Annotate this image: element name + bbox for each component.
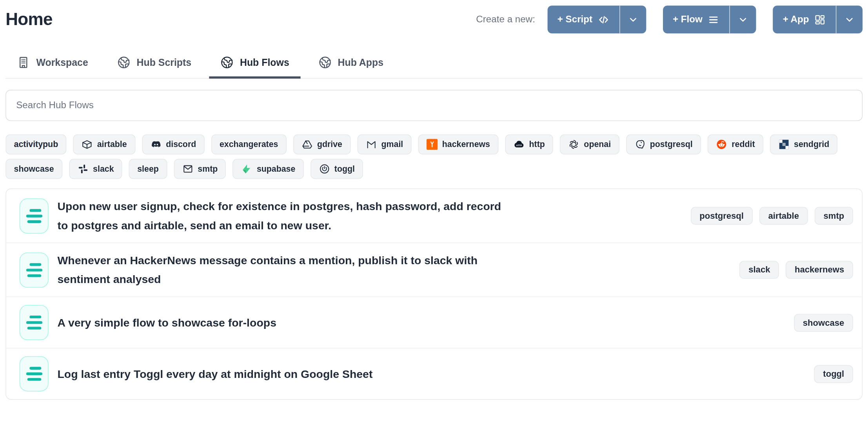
flow-icon [20, 305, 49, 340]
chevron-down-icon [737, 14, 748, 25]
tab-hub-scripts[interactable]: Hub Scripts [106, 50, 202, 79]
toggl-icon [319, 163, 330, 174]
filter-chip-smtp[interactable]: smtp [174, 159, 226, 179]
dropdown-toggle[interactable] [620, 5, 646, 33]
create-button-main[interactable]: + Script [547, 5, 620, 33]
smtp-icon [182, 163, 193, 174]
globe-icon [220, 56, 234, 69]
building-icon [17, 56, 30, 69]
slack-icon [77, 163, 88, 174]
filter-chip-toggl[interactable]: toggl [311, 159, 363, 179]
filter-chip-label: showcase [14, 163, 54, 174]
tab-hub-flows[interactable]: Hub Flows [209, 50, 300, 79]
globe-icon [318, 56, 332, 69]
menu-icon [708, 14, 719, 25]
filter-chip-gdrive[interactable]: gdrive [293, 134, 351, 154]
flow-list: Upon new user signup, check for existenc… [5, 189, 863, 400]
tab-label: Hub Flows [240, 56, 289, 68]
filter-chip-airtable[interactable]: airtable [73, 134, 135, 154]
filter-chip-sleep[interactable]: sleep [129, 159, 167, 179]
tab-hub-apps[interactable]: Hub Apps [307, 50, 394, 79]
tab-workspace[interactable]: Workspace [5, 50, 99, 79]
filter-chip-label: discord [166, 139, 196, 150]
filter-chip-http[interactable]: HTTP http [505, 134, 553, 154]
filter-chip-postgresql[interactable]: postgresql [626, 134, 701, 154]
gdrive-icon [301, 139, 312, 150]
filter-chip-label: toggl [334, 163, 355, 174]
tab-label: Workspace [36, 56, 88, 68]
filter-chip-hackernews[interactable]: hackernews [418, 134, 499, 154]
flow-icon [20, 252, 49, 288]
filter-chip-exchangerates[interactable]: exchangerates [211, 134, 287, 154]
filter-chip-label: postgresql [650, 139, 693, 150]
flow-badge: postgresql [691, 207, 753, 225]
flow-badge: showcase [794, 314, 853, 332]
flow-title: Upon new user signup, check for existenc… [57, 197, 526, 235]
hackernews-icon [427, 139, 438, 150]
code-icon [597, 14, 609, 25]
filter-chip-reddit[interactable]: reddit [708, 134, 763, 154]
sendgrid-icon [778, 139, 789, 150]
chevron-down-icon [844, 14, 855, 25]
create-button-main[interactable]: + App [773, 5, 836, 33]
filter-chip-sendgrid[interactable]: sendgrid [770, 134, 838, 154]
flow-badges: postgresqlairtablesmtp [691, 207, 853, 225]
flow-badge: smtp [815, 207, 853, 225]
dropdown-toggle[interactable] [836, 5, 863, 33]
filter-chip-label: gdrive [317, 139, 342, 150]
create-buttons: + Script + Flow + App [547, 5, 863, 33]
flow-badge: slack [739, 261, 779, 279]
tab-label: Hub Apps [338, 56, 383, 68]
filter-chip-label: airtable [97, 139, 127, 150]
filter-chip-showcase[interactable]: showcase [5, 159, 62, 179]
search-input[interactable] [5, 90, 863, 121]
filter-chip-label: slack [93, 163, 114, 174]
tab-label: Hub Scripts [137, 56, 192, 68]
create-button-main[interactable]: + Flow [663, 5, 730, 33]
filter-chip-activitypub[interactable]: activitypub [5, 134, 66, 154]
filter-chip-label: activitypub [14, 139, 58, 150]
create-new-cluster: Create a new: + Script + Flow + App [476, 5, 863, 33]
flow-list-item[interactable]: A very simple flow to showcase for-loops… [6, 297, 862, 348]
dropdown-toggle[interactable] [730, 5, 756, 33]
discord-icon [150, 139, 161, 150]
filter-chip-supabase[interactable]: supabase [233, 159, 304, 179]
reddit-icon [716, 139, 727, 150]
flow-list-item[interactable]: Whenever an HackerNews message contains … [6, 243, 862, 297]
filter-chip-label: supabase [257, 163, 295, 174]
filter-chip-label: reddit [732, 139, 755, 150]
flow-badges: slackhackernews [739, 261, 853, 279]
tab-bar: Workspace Hub Scripts Hub Flows Hub Apps [5, 50, 863, 79]
flow-list-item[interactable]: Log last entry Toggl every day at midnig… [6, 348, 862, 399]
create-button-app: + App [773, 5, 863, 33]
flow-title: A very simple flow to showcase for-loops [57, 313, 293, 332]
filter-chip-slack[interactable]: slack [69, 159, 122, 179]
filter-chip-gmail[interactable]: gmail [357, 134, 411, 154]
filter-chip-discord[interactable]: discord [142, 134, 205, 154]
filter-chip-label: hackernews [442, 139, 490, 150]
gmail-icon [366, 139, 377, 150]
flow-badge: toggl [814, 365, 853, 383]
filter-chip-openai[interactable]: openai [560, 134, 619, 154]
flow-list-item[interactable]: Upon new user signup, check for existenc… [6, 189, 862, 243]
create-button-label: + App [783, 14, 809, 25]
globe-icon [117, 56, 131, 69]
create-new-label: Create a new: [476, 14, 535, 25]
postgresql-icon [634, 139, 645, 150]
flow-icon [20, 198, 49, 234]
flow-title: Log last entry Toggl every day at midnig… [57, 364, 389, 383]
filter-chip-label: http [529, 139, 545, 150]
create-button-script: + Script [547, 5, 646, 33]
chevron-down-icon [628, 14, 638, 25]
flow-badge: hackernews [786, 261, 853, 279]
create-button-label: + Flow [673, 14, 703, 25]
http-icon: HTTP [514, 139, 525, 150]
filter-chip-label: openai [584, 139, 611, 150]
top-bar: Home Create a new: + Script + Flow + App [5, 5, 863, 33]
page-title: Home [5, 9, 53, 29]
flow-icon [20, 356, 49, 392]
airtable-icon [82, 139, 93, 150]
filter-chip-label: smtp [198, 163, 218, 174]
create-button-flow: + Flow [663, 5, 756, 33]
flow-badges: showcase [794, 314, 853, 332]
